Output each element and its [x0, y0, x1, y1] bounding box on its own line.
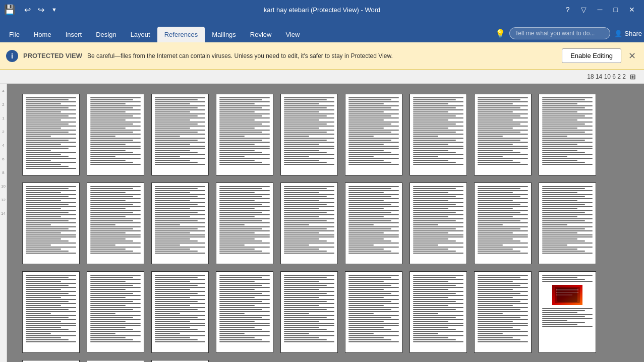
table-row	[22, 360, 80, 362]
table-row	[22, 94, 80, 175]
page-content	[475, 94, 531, 175]
tab-review[interactable]: Review	[243, 27, 279, 42]
ribbon-tabs: File Home Insert Design Layout Reference…	[0, 19, 644, 42]
table-row	[409, 271, 467, 353]
table-row	[216, 271, 273, 353]
page-content	[281, 94, 337, 175]
maximize-button[interactable]: □	[609, 4, 623, 16]
page-content	[23, 94, 79, 175]
page-content	[87, 94, 144, 175]
table-row	[87, 183, 144, 264]
table-row	[409, 94, 467, 175]
page-content	[23, 183, 79, 264]
minimize-button[interactable]: ─	[593, 4, 608, 16]
page-content	[216, 183, 273, 264]
page-content	[410, 183, 466, 264]
share-icon: 👤	[614, 30, 622, 37]
save-icon[interactable]: 💾	[4, 4, 15, 15]
page-content	[216, 94, 273, 175]
ribbon-display-button[interactable]: ▽	[576, 4, 592, 16]
table-row	[216, 183, 273, 264]
redo-button[interactable]: ↪	[35, 3, 47, 17]
table-row	[151, 183, 209, 264]
table-row	[280, 94, 338, 175]
page-content	[152, 183, 208, 264]
page-content	[475, 183, 531, 264]
tab-layout[interactable]: Layout	[124, 27, 157, 42]
table-row	[87, 360, 144, 362]
table-row	[474, 183, 532, 264]
protected-view-bar: i PROTECTED VIEW Be careful—files from t…	[0, 42, 644, 70]
table-row	[87, 271, 144, 353]
tell-me-input[interactable]	[509, 27, 610, 39]
undo-button[interactable]: ↩	[21, 3, 34, 17]
protected-view-message: Be careful—files from the Internet can c…	[87, 52, 557, 59]
window-title: kart hay etebari (Protected View) - Word	[264, 6, 380, 14]
lightbulb-icon: 💡	[495, 29, 505, 38]
page-content	[152, 272, 208, 352]
customize-button[interactable]: ▼	[48, 5, 60, 15]
page-content	[281, 183, 337, 264]
tab-file[interactable]: File	[2, 27, 27, 42]
share-button[interactable]: 👤 Share	[614, 30, 642, 37]
thumbnail-icon: ⊞	[630, 73, 636, 81]
page-content	[345, 183, 402, 264]
table-row	[280, 183, 338, 264]
title-bar: 💾 ↩ ↪ ▼ kart hay etebari (Protected View…	[0, 0, 644, 19]
page-content	[410, 272, 466, 352]
table-row	[22, 271, 80, 353]
page-content	[475, 272, 531, 352]
table-row	[151, 360, 209, 362]
page-content	[23, 272, 79, 352]
page-content	[539, 94, 596, 175]
book-cover-svg	[552, 285, 582, 305]
table-row	[539, 94, 596, 175]
left-ruler: 4 2 1 2 4 6 8 10 12 14	[0, 84, 7, 362]
page-content	[345, 272, 402, 352]
tab-view[interactable]: View	[278, 27, 307, 42]
tab-home[interactable]: Home	[27, 27, 58, 42]
view-controls-bar: 18 14 10 6 2 2 ⊞	[0, 70, 644, 84]
undo-redo-group: ↩ ↪ ▼	[21, 3, 60, 17]
table-row	[87, 94, 144, 175]
help-button[interactable]: ?	[561, 4, 575, 16]
tab-insert[interactable]: Insert	[58, 27, 89, 42]
tab-design[interactable]: Design	[89, 27, 123, 42]
page-image	[552, 285, 582, 305]
table-row	[216, 94, 273, 175]
table-row	[280, 271, 338, 353]
page-content	[87, 272, 144, 352]
page-content	[281, 272, 337, 352]
page-content	[87, 183, 144, 264]
table-row	[539, 183, 596, 264]
ribbon-right: 💡 👤 Share	[495, 27, 642, 42]
page-content	[216, 272, 273, 352]
table-row	[409, 183, 467, 264]
enable-editing-button[interactable]: Enable Editing	[562, 48, 621, 63]
window-controls: ? ▽ ─ □ ✕	[561, 4, 640, 16]
close-button[interactable]: ✕	[624, 4, 640, 16]
table-row	[151, 94, 209, 175]
pages-grid	[22, 94, 629, 362]
table-row	[151, 271, 209, 353]
table-row	[345, 94, 402, 175]
page-content	[152, 94, 208, 175]
table-row	[345, 271, 402, 353]
close-protected-bar-button[interactable]: ✕	[626, 48, 638, 64]
tab-references[interactable]: References	[157, 27, 205, 42]
page-content	[539, 272, 596, 352]
page-numbers: 18 14 10 6 2 2	[587, 73, 626, 80]
protected-view-icon: i	[6, 50, 18, 62]
table-row	[345, 183, 402, 264]
table-row	[539, 271, 596, 353]
main-layout: 4 2 1 2 4 6 8 10 12 14	[0, 84, 644, 362]
tab-mailings[interactable]: Mailings	[205, 27, 243, 42]
page-content	[345, 94, 402, 175]
svg-rect-1	[555, 287, 580, 303]
page-content	[539, 183, 596, 264]
table-row	[474, 271, 532, 353]
protected-view-label: PROTECTED VIEW	[23, 52, 82, 59]
title-bar-left: 💾 ↩ ↪ ▼	[4, 3, 60, 17]
document-area[interactable]	[7, 84, 644, 362]
table-row	[22, 183, 80, 264]
